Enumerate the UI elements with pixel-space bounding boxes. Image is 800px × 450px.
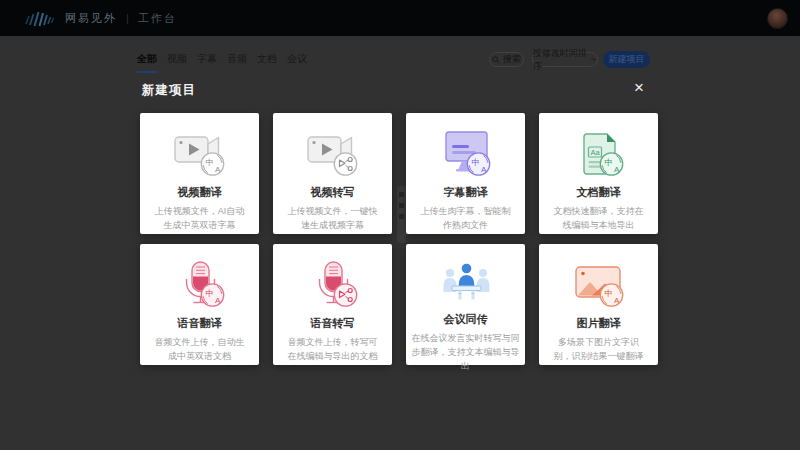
netease-jianwai-logo-icon xyxy=(24,8,58,28)
audio-translate-icon: 中 A xyxy=(173,257,227,313)
tab-subtitle[interactable]: 字幕 xyxy=(197,52,217,73)
video-transcribe-icon xyxy=(306,126,360,182)
card-desc: 上传生肉字幕，智能制作熟肉文件 xyxy=(406,205,525,233)
card-subtitle-translate[interactable]: 中 A 字幕翻译 上传生肉字幕，智能制作熟肉文件 xyxy=(406,113,525,234)
translate-badge-zh: 中 xyxy=(205,157,214,167)
new-project-label: 新建项目 xyxy=(609,53,645,66)
card-desc: 多场景下图片文字识别，识别结果一键翻译 xyxy=(539,336,658,364)
search-placeholder: 搜索 xyxy=(503,53,521,66)
translate-badge-zh: 中 xyxy=(205,288,214,298)
search-icon xyxy=(492,56,500,64)
tab-meeting[interactable]: 会议 xyxy=(287,52,307,73)
card-title: 会议同传 xyxy=(444,312,488,327)
card-desc: 文档快速翻译，支持在线编辑与本地导出 xyxy=(539,205,658,233)
card-desc: 在线会议发言实时转写与同步翻译，支持文本编辑与导出 xyxy=(406,332,525,374)
translate-badge-en: A xyxy=(614,165,620,174)
card-title: 视频转写 xyxy=(311,185,355,200)
card-video-translate[interactable]: 中 A 视频翻译 上传视频文件，AI自动生成中英双语字幕 xyxy=(140,113,259,234)
project-type-grid: 中 A 视频翻译 上传视频文件，AI自动生成中英双语字幕 xyxy=(140,113,658,365)
card-title: 文档翻译 xyxy=(577,185,621,200)
user-avatar[interactable] xyxy=(767,8,788,29)
translate-badge-en: A xyxy=(215,296,221,305)
app-window: 网易见外 | 工作台 全部 视频 字幕 音频 文档 会议 搜索 按修改时间排序 … xyxy=(0,0,800,450)
sort-label: 按修改时间排序 xyxy=(533,47,588,73)
card-title: 语音转写 xyxy=(311,316,355,331)
brand: 网易见外 | 工作台 xyxy=(24,8,177,28)
document-translate-icon: Aa 中 A xyxy=(572,126,626,182)
card-desc: 上传视频文件，AI自动生成中英双语字幕 xyxy=(140,205,259,233)
card-image-translate[interactable]: 中 A 图片翻译 多场景下图片文字识别，识别结果一键翻译 xyxy=(539,244,658,365)
subtitle-translate-icon: 中 A xyxy=(439,126,493,182)
brand-name: 网易见外 xyxy=(65,11,117,26)
video-translate-icon: 中 A xyxy=(173,126,227,182)
new-project-button[interactable]: 新建项目 xyxy=(603,51,650,68)
top-navbar: 网易见外 | 工作台 xyxy=(0,0,800,36)
tab-video[interactable]: 视频 xyxy=(167,52,187,73)
search-input[interactable]: 搜索 xyxy=(489,52,524,67)
audio-transcribe-icon xyxy=(306,257,360,313)
category-tabs: 全部 视频 字幕 音频 文档 会议 xyxy=(137,52,307,73)
workspace-label: 工作台 xyxy=(138,11,177,26)
translate-badge-zh: 中 xyxy=(604,157,613,167)
translate-badge-en: A xyxy=(614,296,620,305)
card-desc: 上传视频文件，一键快速生成视频字幕 xyxy=(273,205,392,233)
tab-document[interactable]: 文档 xyxy=(257,52,277,73)
card-video-transcribe[interactable]: 视频转写 上传视频文件，一键快速生成视频字幕 xyxy=(273,113,392,234)
card-document-translate[interactable]: Aa 中 A 文档翻译 文档快速翻译，支持在线编辑与本地导出 xyxy=(539,113,658,234)
card-audio-transcribe[interactable]: 语音转写 音频文件上传，转写可在线编辑与导出的文档 xyxy=(273,244,392,365)
card-desc: 音频文件上传，转写可在线编辑与导出的文档 xyxy=(273,336,392,364)
translate-badge-en: A xyxy=(215,165,221,174)
card-title: 图片翻译 xyxy=(577,316,621,331)
close-icon[interactable]: × xyxy=(629,78,649,98)
translate-badge-zh: 中 xyxy=(471,157,480,167)
card-title: 语音翻译 xyxy=(178,316,222,331)
sort-dropdown[interactable]: 按修改时间排序 xyxy=(532,52,598,67)
card-audio-translate[interactable]: 中 A 语音翻译 音频文件上传，自动生成中英双语文档 xyxy=(140,244,259,365)
tab-audio[interactable]: 音频 xyxy=(227,52,247,73)
translate-badge-zh: 中 xyxy=(604,288,613,298)
card-meeting-interpretation[interactable]: 会议同传 在线会议发言实时转写与同步翻译，支持文本编辑与导出 xyxy=(406,244,525,365)
card-title: 字幕翻译 xyxy=(444,185,488,200)
tab-all[interactable]: 全部 xyxy=(137,52,157,73)
card-title: 视频翻译 xyxy=(178,185,222,200)
modal-title: 新建项目 xyxy=(142,82,196,99)
meeting-icon xyxy=(439,257,493,309)
card-desc: 音频文件上传，自动生成中英双语文档 xyxy=(140,336,259,364)
translate-badge-en: A xyxy=(481,165,487,174)
doc-aa-label: Aa xyxy=(590,148,600,157)
brand-divider: | xyxy=(126,12,129,24)
image-translate-icon: 中 A xyxy=(572,257,626,313)
chevron-down-icon xyxy=(591,57,597,62)
